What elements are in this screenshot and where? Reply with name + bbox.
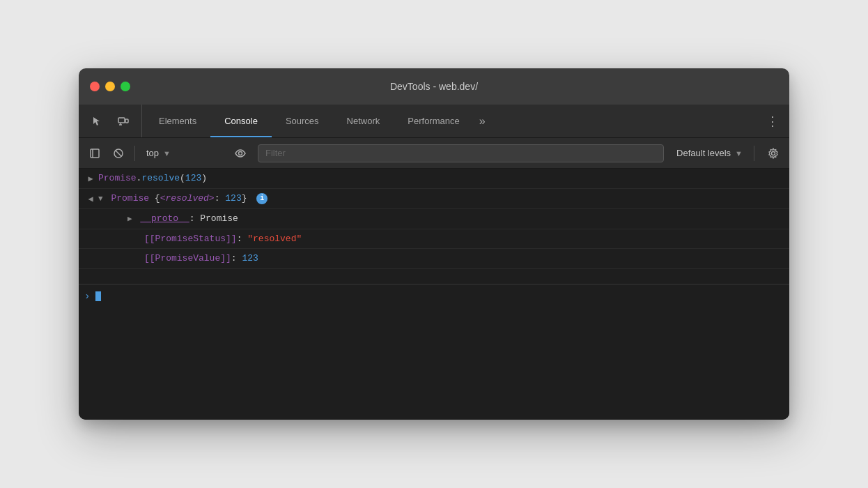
console-prompt-icon: › [84,291,90,302]
console-row-empty [79,269,789,284]
console-row-proto: ▶ __proto__: Promise [79,209,789,229]
log-levels-selector[interactable]: Default levels ▼ [671,145,748,161]
live-expressions-icon[interactable] [230,143,251,164]
devtools-window: DevTools - web.dev/ Elements Cons [79,68,789,420]
console-cursor [95,291,101,301]
toolbar-divider [134,146,135,161]
value-gutter [95,252,111,253]
devtools-menu-button[interactable]: ⋮ [757,105,789,137]
row-expand-input[interactable]: ▶ [83,171,98,185]
svg-rect-0 [118,118,125,123]
svg-point-9 [772,151,775,155]
svg-point-8 [239,151,242,155]
window-title: DevTools - web.dev/ [390,81,478,92]
devtools-icons [79,105,142,137]
console-line-input: Promise.resolve(123) [98,171,784,185]
svg-line-7 [116,151,121,156]
device-toolbar-icon[interactable] [114,112,133,131]
minimize-button[interactable] [105,82,115,91]
proto-gutter [95,212,111,213]
toolbar-divider-2 [754,146,754,161]
console-toolbar: top ▼ Default levels ▼ [79,138,789,169]
traffic-lights [90,82,130,91]
console-line-value: [[PromiseValue]]: 123 [111,252,784,266]
status-gutter [95,232,111,234]
levels-dropdown-arrow-icon: ▼ [735,149,743,158]
console-row-status: [[PromiseStatus]]: "resolved" [79,229,789,250]
console-input-area[interactable]: › [79,284,789,308]
filter-input[interactable] [258,144,664,162]
console-empty-space [79,308,789,420]
row-back-arrow[interactable]: ◀ [83,192,98,206]
tab-network[interactable]: Network [333,105,394,137]
close-button[interactable] [90,82,100,91]
svg-rect-4 [91,149,99,158]
promise-collapse-icon[interactable]: ▼ [98,193,103,205]
tab-performance[interactable]: Performance [394,105,473,137]
context-dropdown-arrow-icon: ▼ [163,149,171,158]
console-row-value: [[PromiseValue]]: 123 [79,249,789,269]
tab-bar: Elements Console Sources Network Perform… [79,105,789,138]
console-line-proto: ▶ __proto__: Promise [111,212,784,226]
console-line-status: [[PromiseStatus]]: "resolved" [111,232,784,246]
sidebar-toggle-icon[interactable] [84,143,105,164]
proto-expand-icon[interactable]: ▶ [127,213,132,225]
tab-sources[interactable]: Sources [272,105,333,137]
clear-console-icon[interactable] [108,143,129,164]
promise-info-badge[interactable]: i [256,193,268,204]
select-element-icon[interactable] [87,112,107,131]
maximize-button[interactable] [121,82,130,91]
title-bar: DevTools - web.dev/ [79,68,789,105]
console-row-promise: ◀ ▼ Promise {<resolved>: 123} i [79,189,789,209]
tab-console[interactable]: Console [210,105,272,137]
tab-elements[interactable]: Elements [145,105,210,137]
settings-icon[interactable] [763,143,784,164]
console-output: ▶ Promise.resolve(123) ◀ ▼ Promise {<res… [79,169,789,420]
more-tabs-button[interactable]: » [474,105,491,137]
console-row-input: ▶ Promise.resolve(123) [79,169,789,189]
console-line-promise: ▼ Promise {<resolved>: 123} i [98,192,784,206]
context-selector[interactable]: top ▼ [141,145,224,161]
svg-rect-1 [125,119,128,123]
